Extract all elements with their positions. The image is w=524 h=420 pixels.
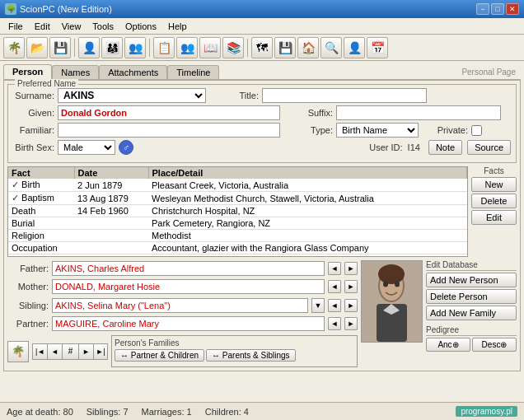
father-next-btn[interactable]: ► [344,262,358,275]
toolbar-chart-button[interactable]: 👥 [176,37,198,58]
nav-last-btn[interactable]: ►| [93,343,108,360]
menu-view[interactable]: View [57,21,87,32]
edit-db-panel: Edit Database Add New Person Delete Pers… [426,260,517,367]
nav-next-btn[interactable]: ► [78,343,93,360]
type-label: Type: [292,125,333,135]
toolbar-family-button[interactable]: 👨‍👩‍👧 [101,37,123,58]
gender-icon[interactable]: ♂ [119,140,133,155]
nav-group: |◄ ◄ # ► ►| [32,343,108,360]
add-new-person-button[interactable]: Add New Person [426,273,517,287]
toolbar-book-button[interactable]: 📖 [199,37,221,58]
mother-name[interactable]: DONALD, Margaret Hosie [52,279,325,294]
private-label: Private: [427,125,468,135]
familiar-input[interactable] [58,123,280,138]
father-row: Father: AKINS, Charles Alfred ◄ ► [7,260,358,277]
table-row[interactable]: Religion Methodist [8,230,467,242]
sibling-row: Sibling: AKINS, Selina Mary ("Lena") ▼ ◄… [7,297,358,314]
user-id-label: User ID: [369,142,402,152]
partner-row: Partner: MAGUIRE, Caroline Mary ◄ ► [7,315,358,332]
toolbar-map-button[interactable]: 🗺 [251,37,273,58]
menu-tools[interactable]: Tools [87,21,119,32]
minimize-button[interactable]: − [476,3,489,15]
birth-sex-label: Birth Sex: [13,142,54,152]
toolbar-user-button[interactable]: 👤 [344,37,365,58]
mother-next-btn[interactable]: ► [344,280,358,293]
fact-col-detail: Place/Detail [148,167,467,179]
father-prev-btn[interactable]: ◄ [328,262,341,275]
birth-sex-select[interactable]: Male Female Unknown [58,140,115,155]
tab-names[interactable]: Names [52,65,99,79]
sibling-dropdown[interactable]: ▼ [311,298,325,313]
person-photo [361,260,423,343]
familiar-label: Familiar: [13,125,54,135]
partner-next-btn[interactable]: ► [344,317,358,330]
close-button[interactable]: ✕ [506,3,519,15]
private-checkbox[interactable] [471,125,482,136]
facts-new-button[interactable]: New [471,177,517,192]
table-row[interactable]: Occupation Accountant, glazier with the … [8,242,467,254]
facts-table: Fact Date Place/Detail ✓ Birth 2 Jun 187… [8,167,467,254]
table-row[interactable]: Burial Park Cemetery, Rangiora, NZ [8,217,467,230]
toolbar-people-button[interactable]: 👥 [124,37,146,58]
parents-siblings-tab[interactable]: ↔ Parents & Siblings [206,349,296,362]
table-row[interactable]: Death 14 Feb 1960 Christchurch Hospital,… [8,205,467,217]
delete-person-button[interactable]: Delete Person [426,289,517,304]
sibling-next-btn[interactable]: ► [344,299,358,312]
desc-button[interactable]: Desc⊕ [472,338,517,352]
user-id-value: I14 [408,142,420,152]
nav-first-btn[interactable]: |◄ [32,343,47,360]
maximize-button[interactable]: □ [491,3,504,15]
facts-delete-button[interactable]: Delete [471,194,517,208]
window-controls: − □ ✕ [476,3,519,15]
table-row[interactable]: ✓ Birth 2 Jun 1879 Pleasant Creek, Victo… [8,179,467,192]
suffix-label: Suffix: [292,108,333,118]
families-tabs: ↔ Partner & Children ↔ Parents & Sibling… [115,349,354,362]
toolbar-open-button[interactable]: 📂 [26,37,48,58]
menu-edit[interactable]: Edit [30,21,55,32]
toolbar-save2-button[interactable]: 💾 [274,37,296,58]
tab-person[interactable]: Person [3,64,52,79]
tab-timeline[interactable]: Timeline [167,65,219,79]
nav-prev-btn[interactable]: ◄ [47,343,62,360]
tab-attachments[interactable]: Attachments [99,65,167,79]
toolbar-person-button[interactable]: 👤 [78,37,100,58]
menu-help[interactable]: Help [163,21,192,32]
personal-page-link[interactable]: Personal Page [456,65,521,79]
partner-children-tab[interactable]: ↔ Partner & Children [115,349,204,362]
mother-label: Mother: [7,282,49,292]
facts-edit-button[interactable]: Edit [471,210,517,225]
menu-options[interactable]: Options [120,21,161,32]
partner-prev-btn[interactable]: ◄ [328,317,341,330]
toolbar-save-button[interactable]: 💾 [49,37,71,58]
table-row[interactable]: ✓ Baptism 13 Aug 1879 Wesleyan Methodist… [8,192,467,205]
nav-controls: 🌴 |◄ ◄ # ► ►| Person's Families ↔ Partn [7,335,358,367]
preferred-name-group: Preferred Name Surname: AKINS Title: Giv… [7,84,517,163]
title-input[interactable] [262,88,427,103]
type-select[interactable]: Birth Name Also Known As Married Name [336,123,419,138]
source-button[interactable]: Source [467,140,511,155]
toolbar-sep-3 [247,39,248,57]
toolbar-search-button[interactable]: 🔍 [320,37,342,58]
toolbar-new-button[interactable]: 🌴 [3,37,25,58]
suffix-input[interactable] [336,105,501,120]
menu-file[interactable]: File [3,21,28,32]
sibling-prev-btn[interactable]: ◄ [328,299,341,312]
note-button[interactable]: Note [428,140,462,155]
father-name[interactable]: AKINS, Charles Alfred [52,261,325,276]
anc-button[interactable]: Anc⊕ [426,338,470,352]
bottom-section: Father: AKINS, Charles Alfred ◄ ► Mother… [7,260,517,367]
toolbar-report-button[interactable]: 📋 [153,37,175,58]
partner-name[interactable]: MAGUIRE, Caroline Mary [52,316,325,331]
sibling-name[interactable]: AKINS, Selina Mary ("Lena") [52,298,308,313]
person-nav-icon[interactable]: 🌴 [7,341,29,362]
toolbar-home-button[interactable]: 🏠 [297,37,319,58]
mother-prev-btn[interactable]: ◄ [328,280,341,293]
toolbar-publish-button[interactable]: 📚 [222,37,244,58]
add-new-family-button[interactable]: Add New Family [426,306,517,320]
family-panel: Father: AKINS, Charles Alfred ◄ ► Mother… [7,260,358,367]
svg-point-7 [395,282,400,287]
given-input[interactable] [58,105,280,120]
toolbar-calendar-button[interactable]: 📅 [367,37,388,58]
surname-select[interactable]: AKINS [58,88,206,103]
nav-index-btn[interactable]: # [62,343,78,360]
